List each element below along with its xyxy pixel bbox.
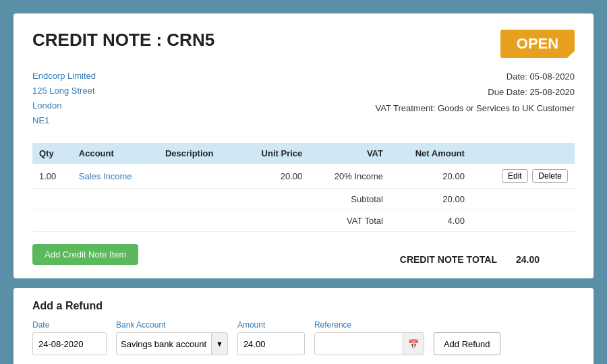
date-input[interactable]: [32, 332, 107, 355]
col-actions: [471, 143, 575, 164]
amount-label: Amount: [237, 320, 305, 330]
vat-total-label: VAT Total: [32, 210, 390, 232]
col-net-amount: Net Amount: [390, 143, 471, 164]
status-badge: OPEN: [500, 30, 575, 58]
vat-total-row: VAT Total 4.00: [32, 210, 575, 232]
bank-account-select[interactable]: Savings bank account: [117, 333, 211, 355]
company-info: Endcorp Limited 125 Long Street London N…: [32, 69, 96, 128]
cell-vat: 20% Income: [309, 164, 390, 189]
cell-unit-price: 20.00: [239, 164, 310, 189]
info-row: Endcorp Limited 125 Long Street London N…: [32, 69, 575, 131]
col-qty: Qty: [32, 143, 72, 164]
credit-note-total-label: CREDIT NOTE TOTAL: [400, 254, 497, 265]
reference-input-wrapper: 📅: [314, 332, 424, 355]
col-description: Description: [158, 143, 239, 164]
edit-button[interactable]: Edit: [502, 169, 528, 183]
date-label: Date: 05-08-2020: [376, 69, 575, 84]
cell-account: Sales Income: [72, 164, 158, 189]
date-field-label: Date: [32, 320, 107, 330]
page-title: CREDIT NOTE : CRN5: [32, 30, 214, 51]
credit-note-total-value: 24.00: [516, 254, 540, 265]
refund-card: Add a Refund Date Bank Account Savings b…: [13, 288, 594, 364]
company-city: London: [32, 98, 96, 113]
company-postcode: NE1: [32, 113, 96, 128]
chevron-down-icon[interactable]: ▼: [211, 333, 227, 355]
due-date-label: Due Date: 25-08-2020: [376, 84, 575, 100]
amount-group: Amount: [237, 320, 305, 355]
cell-description: [158, 164, 239, 189]
credit-note-card: CREDIT NOTE : CRN5 OPEN Endcorp Limited …: [13, 13, 594, 278]
vat-total-value: 4.00: [390, 210, 471, 232]
table-header: Qty Account Description Unit Price VAT N…: [32, 143, 575, 164]
subtotal-label: Subtotal: [32, 189, 390, 210]
meta-info: Date: 05-08-2020 Due Date: 25-08-2020 VA…: [376, 69, 575, 116]
company-address1: 125 Long Street: [32, 84, 96, 98]
refund-title: Add a Refund: [32, 300, 575, 312]
col-unit-price: Unit Price: [239, 143, 310, 164]
table-row: 1.00 Sales Income 20.00 20% Income 20.00…: [32, 164, 575, 189]
cell-actions: Edit Delete: [471, 164, 575, 189]
bank-account-label: Bank Account: [116, 320, 228, 330]
col-account: Account: [72, 143, 158, 164]
table-body: 1.00 Sales Income 20.00 20% Income 20.00…: [32, 164, 575, 232]
reference-group: Reference 📅: [314, 320, 424, 355]
header-row: CREDIT NOTE : CRN5 OPEN: [32, 30, 575, 58]
add-refund-button[interactable]: Add Refund: [434, 332, 500, 355]
subtotal-value: 20.00: [390, 189, 471, 210]
cell-net-amount: 20.00: [390, 164, 471, 189]
delete-button[interactable]: Delete: [532, 169, 568, 183]
items-table: Qty Account Description Unit Price VAT N…: [32, 143, 575, 232]
company-name: Endcorp Limited: [32, 69, 96, 84]
bank-account-select-wrapper: Savings bank account ▼: [116, 332, 228, 355]
reference-label: Reference: [314, 320, 424, 330]
vat-treatment: VAT Treatment: Goods or Services to UK C…: [376, 100, 575, 116]
add-credit-note-item-button[interactable]: Add Credit Note Item: [32, 244, 138, 265]
col-vat: VAT: [309, 143, 390, 164]
cell-qty: 1.00: [32, 164, 72, 189]
subtotal-row: Subtotal 20.00: [32, 189, 575, 210]
refund-form: Date Bank Account Savings bank account ▼…: [32, 320, 575, 355]
bank-account-group: Bank Account Savings bank account ▼: [116, 320, 228, 355]
amount-input[interactable]: [237, 332, 305, 355]
reference-input[interactable]: [315, 333, 403, 355]
date-group: Date: [32, 320, 107, 355]
calendar-icon[interactable]: 📅: [403, 333, 424, 355]
